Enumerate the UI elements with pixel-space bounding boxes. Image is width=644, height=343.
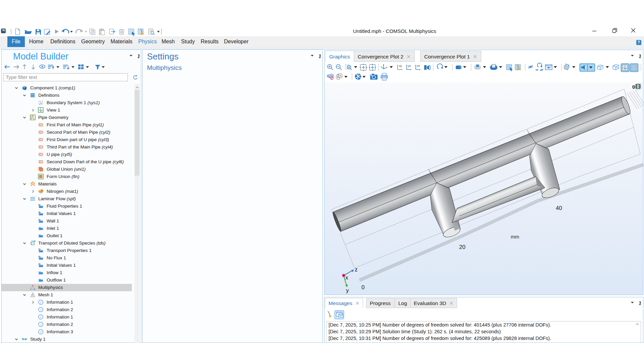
svg-text:xy: xy bbox=[399, 64, 402, 68]
svg-text:y: y bbox=[346, 287, 349, 294]
svg-text:xz: xz bbox=[417, 64, 420, 68]
svg-text:0: 0 bbox=[361, 284, 364, 291]
svg-text:20: 20 bbox=[459, 244, 465, 250]
svg-text:yz: yz bbox=[408, 64, 411, 68]
svg-text:0: 0 bbox=[632, 84, 635, 90]
svg-text:z: z bbox=[355, 266, 358, 273]
svg-text:mm: mm bbox=[511, 234, 519, 240]
svg-text:40: 40 bbox=[556, 205, 562, 211]
svg-text:x: x bbox=[345, 274, 348, 281]
